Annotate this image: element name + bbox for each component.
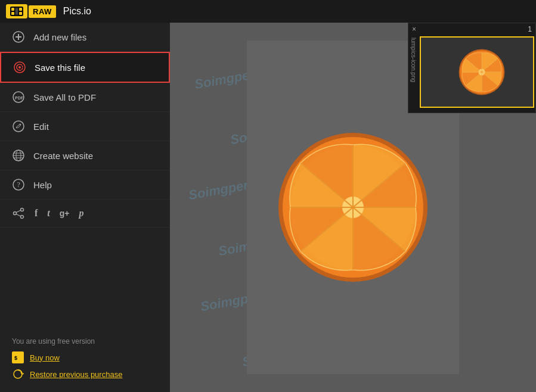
buy-now-row[interactable]: $ Buy now [12,351,158,363]
facebook-icon[interactable]: f [35,208,38,219]
sidebar-item-edit[interactable]: Edit [0,112,170,141]
restore-row[interactable]: Restore previous purchase [12,368,158,380]
thumbnail-count: 1 [528,25,532,33]
thumbnail-image[interactable] [420,36,534,108]
main-layout: Add new files Save this file PDF [0,23,536,392]
svg-point-23 [21,209,24,211]
globe-icon [12,149,25,162]
svg-rect-3 [11,12,14,15]
film-icon [6,4,27,18]
svg-rect-2 [19,8,22,11]
svg-point-25 [21,216,24,219]
buy-icon: $ [12,351,24,363]
svg-point-11 [18,66,21,69]
buy-now-link[interactable]: Buy now [30,353,60,362]
tumblr-icon[interactable]: t [47,208,49,219]
free-version-section: You are using free version $ Buy now [0,326,170,386]
thumbnail-close-button[interactable]: × [412,25,416,33]
svg-point-14 [13,121,24,132]
svg-text:$: $ [14,355,17,361]
sidebar-label-add-new-files: Add new files [33,32,86,42]
sidebar-label-edit: Edit [33,122,49,132]
share-row: f t g+ p [0,200,170,228]
sidebar-item-help[interactable]: ? Help [0,170,170,200]
sidebar-item-save-this-file[interactable]: Save this file [0,52,170,83]
svg-line-27 [17,214,21,217]
sidebar-label-save-all-pdf: Save All to PDF [33,92,96,102]
svg-rect-4 [19,12,22,15]
content-area: Soimgperqrur.Com Soimgperqrur.Com Soimgp… [170,23,536,392]
orange-image [275,130,430,285]
pinterest-icon[interactable]: p [79,208,84,219]
restore-link[interactable]: Restore previous purchase [30,370,122,379]
top-bar: RAW Pics.io [0,0,536,23]
sidebar-label-help: Help [33,180,52,190]
share-icon [12,207,25,220]
restore-icon [12,368,24,380]
svg-text:?: ? [17,181,20,189]
edit-circle-icon [12,120,25,133]
sidebar-item-create-website[interactable]: Create website [0,141,170,170]
help-icon: ? [12,178,25,191]
googleplus-icon[interactable]: g+ [60,209,70,218]
sidebar-item-add-new-files[interactable]: Add new files [0,23,170,52]
svg-text:PDF: PDF [15,96,24,100]
pdf-icon: PDF [12,91,25,104]
thumbnail-panel: × 1 lumpics-icon.png [408,23,536,113]
sidebar: Add new files Save this file PDF [0,23,170,392]
sidebar-label-create-website: Create website [33,151,93,161]
app-title: Pics.io [63,6,91,17]
svg-line-26 [17,210,21,213]
thumbnail-filename: lumpics-icon.png [408,35,419,113]
svg-point-24 [14,212,17,215]
thumbnail-header: × 1 [408,23,535,35]
svg-rect-6 [16,8,18,14]
logo: RAW [6,4,56,18]
raw-badge: RAW [29,5,56,18]
free-version-text: You are using free version [12,337,158,346]
save-circle-icon [13,61,26,74]
svg-rect-1 [11,8,14,11]
plus-circle-icon [12,30,25,43]
sidebar-item-save-all-pdf[interactable]: PDF Save All to PDF [0,83,170,112]
sidebar-label-save-this-file: Save this file [35,63,85,73]
